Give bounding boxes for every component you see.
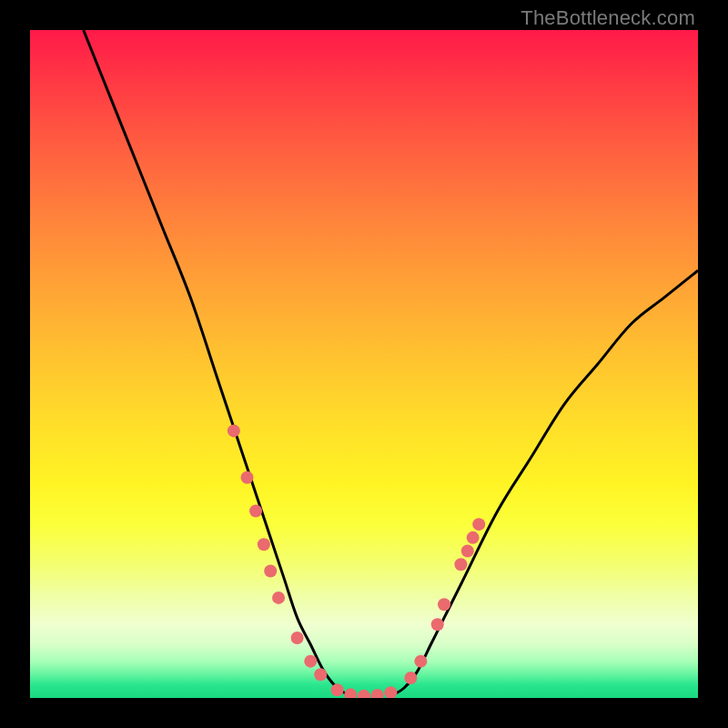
data-dot (331, 683, 344, 696)
data-dot (472, 518, 485, 531)
data-dot (454, 558, 467, 571)
data-dot (314, 668, 327, 681)
curve-layer (30, 30, 698, 698)
data-dot (438, 598, 450, 611)
data-dot (304, 655, 317, 668)
data-dots (228, 424, 485, 698)
data-dot (241, 471, 254, 484)
data-dot (291, 632, 304, 644)
data-dot (461, 545, 474, 558)
data-dot (431, 618, 444, 631)
data-dot (404, 672, 417, 684)
data-dot (272, 592, 285, 604)
data-dot (344, 688, 357, 698)
data-dot (414, 655, 427, 668)
curve-left-branch (84, 30, 351, 696)
curve-right-branch (390, 270, 698, 696)
data-dot (384, 686, 397, 698)
data-dot (249, 504, 262, 517)
data-dot (467, 531, 480, 544)
plot-area (30, 30, 698, 698)
chart-frame: TheBottleneck.com (0, 0, 728, 728)
data-dot (258, 538, 270, 551)
data-dot (228, 424, 240, 437)
data-dot (371, 689, 384, 698)
data-dot (358, 690, 370, 698)
data-dot (264, 565, 277, 578)
watermark-text: TheBottleneck.com (521, 6, 695, 30)
